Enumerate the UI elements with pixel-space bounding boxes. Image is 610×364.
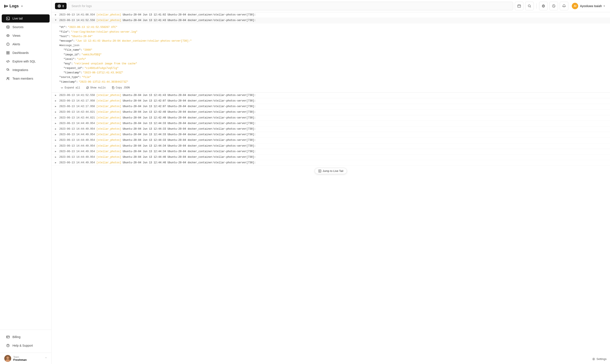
log-src-more-11: [stellar_photos] (96, 156, 121, 159)
sidebar-label-billing: Billing (13, 335, 20, 339)
log-field-message-json-toggle[interactable]: ▼ message_json (59, 43, 607, 48)
expand-icon-more-7[interactable]: ▶ (55, 133, 59, 136)
log-entry-1[interactable]: ▶ 2023-06-13 14:41:08.934 [stellar_photo… (52, 12, 610, 18)
image-id-value: "xmkbJXofDEQ" (81, 53, 102, 57)
sidebar-item-help-support[interactable]: Help & Support (2, 341, 50, 350)
log-line-more-5: 2023-06-13 14:44:49.954 [stellar_photos]… (59, 121, 607, 126)
msg-value: "retrieved unsplash image from the cache… (74, 62, 137, 66)
log-field-message: "message": "Jun 13 12:41:43 Ubuntu-20-04… (59, 39, 607, 43)
expand-icon-more-9[interactable]: ▶ (55, 144, 59, 147)
sidebar-item-alerts[interactable]: Alerts (2, 40, 50, 48)
jump-button-label: Jump to Live Tail (323, 169, 343, 173)
show-nulls-label: Show nulls (90, 86, 106, 89)
log-area[interactable]: ▶ 2023-06-13 14:41:08.934 [stellar_photo… (52, 12, 610, 364)
sidebar-item-team-members[interactable]: Team members (2, 75, 50, 83)
copy-json-button[interactable]: Copy JSON (110, 86, 131, 90)
log-ts-more-2: 2023-06-13 14:42:17.950 (59, 105, 96, 108)
svg-point-20 (6, 356, 9, 359)
log-src-more-1: [stellar_photos] (96, 99, 121, 102)
copy-json-label: Copy JSON (116, 86, 130, 89)
log-entry-more-1[interactable]: ▶2023-06-13 14:42:17.950 [stellar_photos… (52, 98, 610, 104)
log-line-more-7: 2023-06-13 14:44:49.954 [stellar_photos]… (59, 133, 607, 137)
app-logo[interactable]: Logs ▾ (0, 0, 51, 12)
sidebar-item-dashboards[interactable]: Dashboards (2, 49, 50, 57)
msg-key: "msg": (64, 62, 73, 66)
log-ts-more-9: 2023-06-13 14:44:49.954 (59, 144, 96, 147)
svg-rect-10 (8, 53, 9, 54)
expand-icon-more-12[interactable]: ▶ (55, 161, 59, 164)
team-info: Team Freshman (13, 356, 43, 362)
log-entry-more-0[interactable]: ▶2023-06-13 14:41:52.550 [stellar_photos… (52, 93, 610, 98)
expand-icon-more-10[interactable]: ▶ (55, 150, 59, 153)
settings-button[interactable]: Settings (592, 357, 607, 361)
svg-rect-8 (8, 52, 9, 53)
log-src-more-3: [stellar_photos] (96, 111, 121, 114)
eye-icon (6, 34, 10, 38)
log-entry-more-2[interactable]: ▶2023-06-13 14:42:17.950 [stellar_photos… (52, 104, 610, 109)
sidebar-item-billing[interactable]: Billing (2, 333, 50, 341)
request-id-key: "request_id": (64, 66, 84, 70)
log-src-more-9: [stellar_photos] (96, 144, 121, 147)
sidebar-label-team-members: Team members (13, 77, 33, 80)
log-entry-more-9[interactable]: ▶2023-06-13 14:44:49.954 [stellar_photos… (52, 143, 610, 149)
log-ts-more-12: 2023-06-13 14:44:49.954 (59, 161, 96, 164)
user-section[interactable]: AI Ayooluwa Isaiah ▾ (570, 2, 607, 10)
expand-icon-more-3[interactable]: ▶ (55, 110, 59, 113)
expand-icon-1[interactable]: ▶ (55, 13, 59, 16)
log-entry-more-7[interactable]: ▶2023-06-13 14:44:49.954 [stellar_photos… (52, 132, 610, 138)
expand-icon-more-2[interactable]: ▶ (55, 104, 59, 108)
sidebar-label-dashboards: Dashboards (13, 51, 29, 54)
timestamp-key: "timestamp": (59, 80, 78, 84)
log-src-more-12: [stellar_photos] (96, 161, 121, 164)
message-value: "Jun 13 12:41:43 Ubuntu-20-04 docker_con… (76, 39, 191, 43)
level-value: "info" (77, 57, 86, 61)
nested-ts-value: "2023-06-13T12:41:43.943Z" (83, 71, 123, 75)
expand-icon-more-5[interactable]: ▶ (55, 121, 59, 125)
sidebar-item-integrations[interactable]: Integrations (2, 66, 50, 74)
log-entry-more-4[interactable]: ▶2023-06-13 14:42:44.821 [stellar_photos… (52, 115, 610, 121)
image-id-key: "image_id": (64, 53, 81, 57)
team-name: Freshman (13, 358, 43, 362)
expand-icon-more-4[interactable]: ▶ (55, 116, 59, 119)
log-entry-more-6[interactable]: ▶2023-06-13 14:44:49.954 [stellar_photos… (52, 126, 610, 132)
sidebar-item-views[interactable]: Views (2, 32, 50, 40)
svg-point-13 (8, 78, 9, 78)
filter-button[interactable] (55, 3, 67, 9)
expand-icon-more-0[interactable]: ▶ (55, 93, 59, 97)
search-input[interactable] (71, 4, 510, 8)
log-entry-more-12[interactable]: ▶2023-06-13 14:44:49.954 [stellar_photos… (52, 160, 610, 166)
log-entry-more-5[interactable]: ▶2023-06-13 14:44:49.954 [stellar_photos… (52, 121, 610, 126)
sidebar-item-live-tail[interactable]: Live tail (2, 14, 50, 23)
log-txt-more-5: Ubuntu-20-04 Jun 13 12:44:33 Ubuntu-20-0… (121, 122, 256, 125)
log-source-1: [stellar_photos] (96, 13, 121, 16)
team-section[interactable]: Team Freshman ⌃ (0, 353, 51, 364)
expand-icon-more-1[interactable]: ▶ (55, 99, 59, 102)
expand-all-button[interactable]: Expand all (59, 86, 81, 90)
notification-button[interactable] (560, 2, 568, 10)
view-toggle-button[interactable] (539, 2, 548, 10)
jump-to-live-tail-button[interactable]: Jump to Live Tail (315, 168, 347, 174)
search-button[interactable] (525, 2, 534, 10)
expand-icon-2[interactable]: ▼ (55, 18, 59, 22)
log-entry-more-8[interactable]: ▶2023-06-13 14:44:49.954 [stellar_photos… (52, 138, 610, 143)
expand-icon-more-6[interactable]: ▶ (55, 127, 59, 130)
svg-rect-7 (7, 52, 8, 53)
level-key: "level": (64, 57, 76, 61)
svg-line-11 (8, 60, 8, 63)
svg-point-37 (319, 170, 320, 171)
sidebar-item-explore-sql[interactable]: Explore with SQL (2, 57, 50, 65)
logo-text: Logs (9, 4, 19, 8)
expand-icon-more-8[interactable]: ▶ (55, 138, 59, 142)
source-type-value: "file" (82, 75, 91, 79)
svg-point-2 (7, 26, 9, 27)
expand-icon-more-11[interactable]: ▶ (55, 155, 59, 158)
calendar-button[interactable] (515, 2, 523, 10)
log-entry-more-11[interactable]: ▶2023-06-13 14:44:49.954 [stellar_photos… (52, 155, 610, 160)
sidebar-item-sources[interactable]: Sources (2, 23, 50, 31)
log-entry-more-3[interactable]: ▶2023-06-13 14:42:44.821 [stellar_photos… (52, 109, 610, 115)
team-label: Team (13, 356, 43, 358)
show-nulls-button[interactable]: Show nulls (85, 86, 107, 90)
log-entry-2[interactable]: ▼ 2023-06-13 14:41:52.550 [stellar_photo… (52, 18, 610, 23)
log-entry-more-10[interactable]: ▶2023-06-13 14:44:49.954 [stellar_photos… (52, 149, 610, 155)
time-button[interactable] (549, 2, 558, 10)
